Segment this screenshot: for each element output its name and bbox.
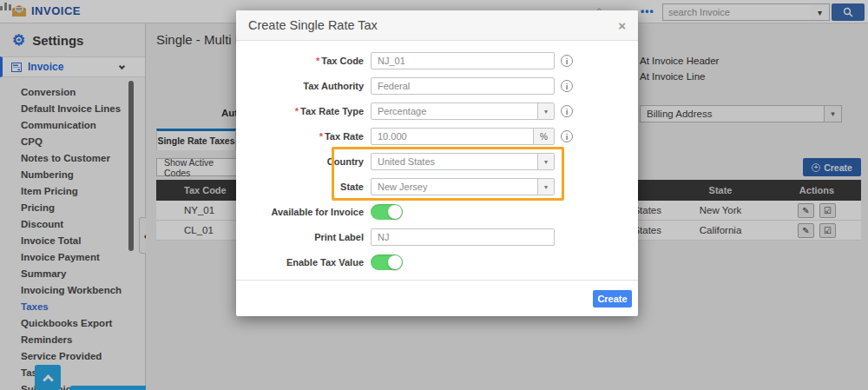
percent-suffix: % xyxy=(533,129,554,144)
tax-code-label: *Tax Code xyxy=(253,56,371,66)
field-row-print-label: Print Label NJ xyxy=(253,228,621,246)
info-icon[interactable]: i xyxy=(561,105,573,117)
tax-authority-input[interactable]: Federal xyxy=(371,77,555,95)
field-row-tax-rate-type: *Tax Rate Type Percentage▾ i xyxy=(253,102,621,120)
field-row-tax-authority: Tax Authority Federal i xyxy=(253,77,621,95)
modal-title: Create Single Rate Tax xyxy=(248,18,378,32)
tax-rate-type-dropdown[interactable]: Percentage▾ xyxy=(371,102,555,120)
tax-rate-input[interactable]: 10.000% xyxy=(371,128,555,145)
chevron-down-icon: ▾ xyxy=(537,103,554,119)
info-icon[interactable]: i xyxy=(561,130,573,142)
modal-header: Create Single Rate Tax × xyxy=(236,10,638,41)
required-asterisk: * xyxy=(295,106,299,116)
state-label: State xyxy=(253,182,371,192)
country-dropdown[interactable]: United States▾ xyxy=(371,153,555,170)
create-single-rate-tax-modal: Create Single Rate Tax × *Tax Code NJ_01… xyxy=(236,10,638,316)
field-row-enable-tax-value: Enable Tax Value xyxy=(253,254,621,271)
enable-tax-value-label: Enable Tax Value xyxy=(253,257,371,268)
required-asterisk: * xyxy=(319,131,323,142)
tax-code-input[interactable]: NJ_01 xyxy=(371,52,555,69)
field-row-tax-rate: *Tax Rate 10.000% i xyxy=(253,128,621,145)
available-for-invoice-label: Available for Invoice xyxy=(253,207,371,217)
tax-authority-label: Tax Authority xyxy=(253,81,371,91)
close-icon[interactable]: × xyxy=(618,18,626,33)
info-icon[interactable]: i xyxy=(561,55,573,67)
tax-rate-type-label: *Tax Rate Type xyxy=(253,106,371,116)
enable-tax-value-toggle[interactable] xyxy=(371,254,403,270)
country-label: Country xyxy=(253,156,371,167)
print-label-label: Print Label xyxy=(253,232,371,242)
toggle-knob xyxy=(388,255,402,269)
available-for-invoice-toggle[interactable] xyxy=(371,204,403,220)
toggle-knob xyxy=(388,205,402,219)
tax-rate-label: *Tax Rate xyxy=(253,131,371,142)
modal-body: *Tax Code NJ_01 i Tax Authority Federal … xyxy=(236,41,638,280)
field-row-state: State New Jersey▾ xyxy=(253,178,621,195)
chevron-down-icon: ▾ xyxy=(537,154,554,169)
field-row-country: Country United States▾ xyxy=(253,153,621,170)
state-dropdown[interactable]: New Jersey▾ xyxy=(371,178,555,195)
info-icon[interactable]: i xyxy=(561,80,573,92)
modal-footer: Create xyxy=(236,280,638,316)
field-row-available-for-invoice: Available for Invoice xyxy=(253,203,621,221)
create-button[interactable]: Create xyxy=(593,290,632,307)
field-row-tax-code: *Tax Code NJ_01 i xyxy=(253,52,621,69)
chevron-down-icon: ▾ xyxy=(537,179,554,195)
print-label-input[interactable]: NJ xyxy=(371,228,555,246)
required-asterisk: * xyxy=(316,56,319,66)
